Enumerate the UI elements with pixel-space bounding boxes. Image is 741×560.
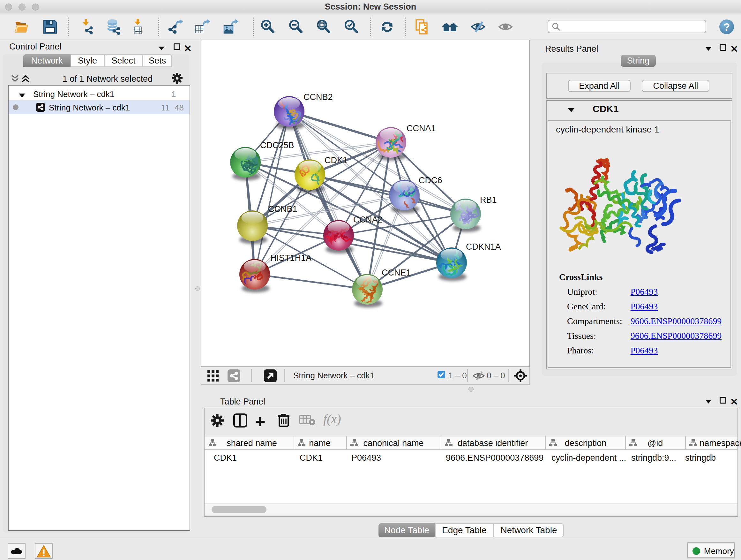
svg-text:CDC6: CDC6	[419, 176, 442, 185]
svg-text:CDK1: CDK1	[325, 155, 347, 165]
svg-text:CDC25B: CDC25B	[260, 140, 294, 150]
svg-text:CCNB2: CCNB2	[304, 92, 333, 102]
svg-text:CCNB1: CCNB1	[268, 204, 297, 214]
svg-text:CDKN1A: CDKN1A	[466, 242, 501, 252]
svg-text:RB1: RB1	[480, 195, 497, 205]
svg-text:CCNA1: CCNA1	[407, 124, 436, 133]
svg-text:CCNA2: CCNA2	[353, 215, 383, 225]
svg-text:CCNE1: CCNE1	[382, 268, 411, 277]
svg-text:HIST1H1A: HIST1H1A	[270, 253, 312, 263]
